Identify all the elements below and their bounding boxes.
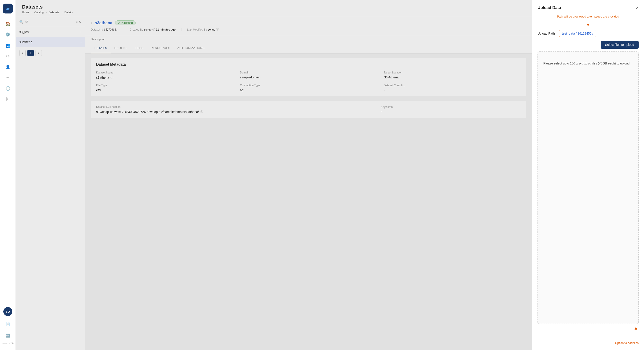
dropzone-text: Please select upto 100 .csv / .xlsx file… (543, 62, 630, 65)
dataset-list: 🔍 ≡ ↻ s3_test › s3athena › ‹ 1 › (16, 17, 86, 350)
upload-path-label: Upload Path : (538, 32, 556, 35)
sidebar-item-filter[interactable]: ⚙️ (3, 30, 13, 40)
refresh-icon[interactable]: ↻ (79, 20, 82, 24)
field-keywords: Keywords - (381, 105, 521, 114)
sidebar-item-flow[interactable]: 〰 (3, 73, 13, 83)
dataset-id-value: b51709b6... (104, 28, 118, 31)
field-dataset-classification: Dataset Classifi... - (384, 84, 521, 92)
pagination: ‹ 1 › (16, 47, 85, 59)
info-icon-name[interactable]: ⓘ (110, 76, 113, 79)
field-file-type: File Type csv (96, 84, 233, 92)
last-modified-label: Last Modified By (187, 28, 207, 31)
sidebar-item-document[interactable]: 📄 (3, 319, 13, 329)
sidebar: 🏠 ⚙️ 👥 ⚙ 👤 〰 🕐 🗄 SO 📄 🔤 cdap - V2.0 (0, 0, 16, 350)
tab-files[interactable]: FILES (131, 43, 147, 53)
sidebar-item-text-recognition[interactable]: 🔤 (3, 330, 13, 340)
sidebar-item-clock[interactable]: 🕐 (3, 84, 13, 94)
upload-panel-title: Upload Data (538, 6, 561, 10)
dataset-id-label: Dataset Id (91, 28, 103, 31)
info-icon-2: ⓘ (216, 28, 219, 32)
breadcrumb-datasets[interactable]: Datasets (49, 11, 59, 14)
search-input[interactable] (25, 20, 74, 24)
s3-grid: Dataset S3 Location s3://cdap-us-west-2-… (96, 105, 521, 114)
search-icon: 🔍 (19, 20, 23, 24)
page-header: Datasets Home › Catalog › Datasets › Det… (16, 0, 532, 17)
dataset-name: s3athena (19, 40, 32, 44)
svg-marker-1 (587, 24, 590, 26)
sidebar-item-storage[interactable]: 🗄 (3, 94, 13, 104)
annotation-text: Path will be previewed after values are … (538, 14, 638, 19)
option-to-add-label: Option to add files (615, 341, 638, 344)
description-label: Description (86, 35, 532, 43)
upload-panel: Upload Data × Path will be previewed aft… (532, 0, 644, 350)
tab-details[interactable]: DETAILS (91, 43, 111, 53)
info-icon-s3[interactable]: ⓘ (200, 110, 203, 114)
created-by-value: sonup (144, 28, 152, 31)
prev-page-button[interactable]: ‹ (19, 50, 26, 56)
s3-metadata-section: Dataset S3 Location s3://cdap-us-west-2-… (91, 101, 526, 118)
tab-profile[interactable]: PROFILE (111, 43, 131, 53)
next-page-button[interactable]: › (36, 50, 42, 56)
close-button[interactable]: × (636, 6, 638, 10)
chevron-right-icon: › (81, 30, 82, 34)
svg-marker-3 (634, 327, 637, 330)
sidebar-item-home[interactable]: 🏠 (3, 19, 13, 29)
breadcrumb-catalog[interactable]: Catalog (34, 11, 44, 14)
dataset-name-link[interactable]: s3athena (95, 21, 112, 26)
metadata-section-title: Dataset Metadata (96, 62, 521, 66)
upload-path-value: test_data / 16123455 / (559, 30, 596, 37)
chevron-right-icon: › (81, 40, 82, 44)
avatar[interactable]: SO (3, 307, 12, 316)
version-label: cdap - V2.0 (2, 342, 14, 344)
content-body: 🔍 ≡ ↻ s3_test › s3athena › ‹ 1 › (16, 17, 532, 350)
tab-authorizations[interactable]: AUTHORIZATIONS (174, 43, 208, 53)
metadata-section: Dataset Metadata Dataset Name s3athena ⓘ… (91, 58, 526, 96)
breadcrumb: Home › Catalog › Datasets › Details (22, 11, 525, 14)
status-badge: Published (115, 20, 136, 26)
upload-panel-header: Upload Data × (538, 6, 638, 10)
created-by-label: Created By (130, 28, 143, 31)
meta-separator-2: | (181, 28, 182, 32)
metadata-grid: Dataset Name s3athena ⓘ Domain sampledom… (96, 71, 521, 92)
sidebar-item-person[interactable]: 👤 (3, 62, 13, 72)
back-chevron-icon[interactable]: ‹ (91, 21, 92, 26)
detail-header: ‹ s3athena Published Dataset Id b51709b6… (86, 17, 532, 35)
breadcrumb-home[interactable]: Home (22, 11, 29, 14)
field-target-location: Target Location S3-Athena (384, 71, 521, 79)
sidebar-item-settings[interactable]: ⚙ (3, 51, 13, 61)
search-bar: 🔍 ≡ ↻ (16, 17, 85, 27)
upload-path-row: Upload Path : test_data / 16123455 / (538, 30, 638, 37)
page-1-button[interactable]: 1 (28, 50, 34, 56)
info-icon: ⓘ (152, 28, 155, 32)
option-annotation: Option to add files (538, 327, 638, 344)
path-annotation: Path will be previewed after values are … (538, 14, 638, 26)
dataset-item-s3test[interactable]: s3_test › (16, 27, 85, 37)
field-domain: Domain sampledomain (240, 71, 377, 79)
dataset-item-s3athena[interactable]: s3athena › (16, 37, 85, 47)
main-content: Datasets Home › Catalog › Datasets › Det… (16, 0, 532, 350)
meta-separator: | (124, 28, 124, 32)
last-modified-value: sonup (208, 28, 215, 31)
upload-dropzone[interactable]: Please select upto 100 .csv / .xlsx file… (538, 52, 638, 324)
option-arrow-up-icon (633, 327, 638, 340)
tab-resources[interactable]: RESOURCES (147, 43, 174, 53)
filter-icon[interactable]: ≡ (76, 20, 78, 24)
field-s3-location: Dataset S3 Location s3://cdap-us-west-2-… (96, 105, 376, 114)
sidebar-item-people[interactable]: 👥 (3, 40, 13, 50)
dataset-name: s3_test (19, 30, 30, 34)
app-logo[interactable] (3, 4, 13, 14)
field-dataset-name: Dataset Name s3athena ⓘ (96, 71, 233, 79)
tabs-bar: DETAILS PROFILE FILES RESOURCES AUTHORIZ… (86, 43, 532, 54)
field-connection-type: Connection Type api (240, 84, 377, 92)
breadcrumb-details: Details (64, 11, 73, 14)
page-title: Datasets (22, 4, 525, 10)
dataset-detail: ‹ s3athena Published Dataset Id b51709b6… (86, 17, 532, 350)
detail-meta: Dataset Id b51709b6... | Created By sonu… (91, 28, 526, 32)
select-files-button[interactable]: Select files to upload (601, 41, 638, 49)
annotation-arrow-down (538, 20, 638, 26)
created-time: 11 minutes ago (156, 28, 176, 31)
